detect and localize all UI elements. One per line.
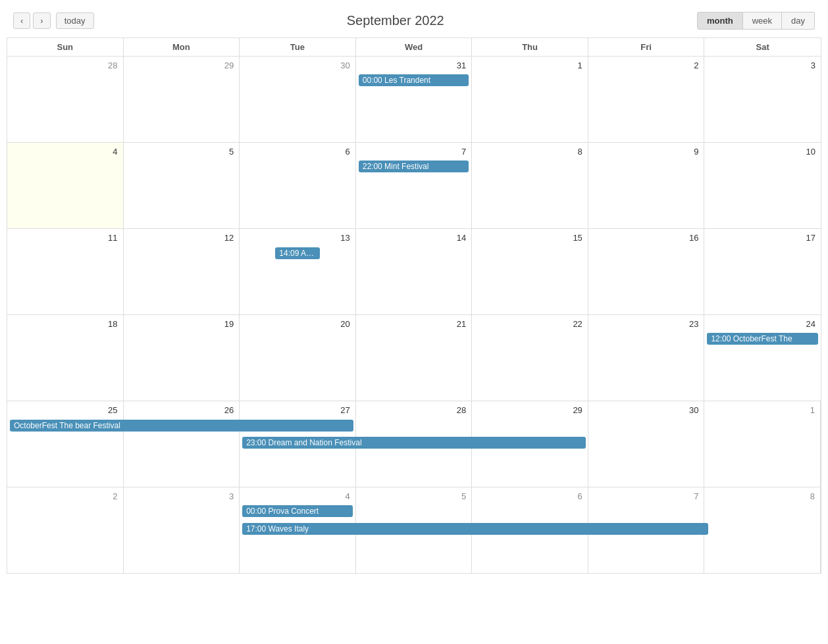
day-cell[interactable]: 22 xyxy=(472,315,588,401)
day-number: 3 xyxy=(707,59,818,73)
day-cell[interactable]: 1 xyxy=(472,57,588,142)
day-number: 24 xyxy=(707,318,818,332)
day-cell[interactable]: 3 xyxy=(704,57,821,142)
day-cell[interactable]: 19 xyxy=(124,315,240,401)
day-number: 30 xyxy=(242,59,353,73)
day-cell[interactable]: 21 xyxy=(356,315,473,401)
day-cell[interactable]: 18 xyxy=(7,315,124,401)
day-cell[interactable]: 13 14:09 Afro Fest London xyxy=(240,229,356,314)
day-cell[interactable]: 1 xyxy=(704,401,821,487)
week-row: 25 26 27 28 29 30 1 OctoberFest The bea xyxy=(7,401,821,487)
day-cell[interactable]: 2 xyxy=(588,57,705,142)
day-number: 26 xyxy=(126,404,237,418)
day-cell[interactable]: 7 22:00 Mint Festival xyxy=(356,143,473,228)
next-button[interactable]: › xyxy=(33,12,50,29)
day-cell[interactable]: 6 xyxy=(240,143,356,228)
event-waves-italy[interactable]: 17:00 Waves Italy xyxy=(242,523,708,535)
header-thu: Thu xyxy=(472,38,588,56)
prev-button[interactable]: ‹ xyxy=(13,12,30,29)
day-number: 29 xyxy=(475,404,585,418)
day-cell[interactable]: 12 xyxy=(124,229,240,314)
day-number: 2 xyxy=(591,59,702,73)
day-cell[interactable]: 5 xyxy=(124,143,240,228)
header-wed: Wed xyxy=(356,38,473,56)
day-number: 8 xyxy=(475,145,585,159)
day-cell-today[interactable]: 4 xyxy=(7,143,124,228)
nav-buttons: ‹ › today xyxy=(13,12,94,29)
day-number: 14 xyxy=(359,232,469,245)
day-number: 19 xyxy=(126,318,237,332)
day-number: 11 xyxy=(10,232,120,245)
day-number: 1 xyxy=(707,404,817,418)
day-cell[interactable]: 23 xyxy=(588,315,705,401)
view-buttons: month week day xyxy=(697,12,815,30)
day-number: 6 xyxy=(475,490,585,504)
header-tue: Tue xyxy=(240,38,356,56)
day-number: 21 xyxy=(359,318,469,332)
week-row: 18 19 20 21 22 23 24 12:00 OctoberFest T… xyxy=(7,315,821,401)
day-number: 5 xyxy=(359,490,469,504)
day-number: 9 xyxy=(591,145,702,159)
day-cell[interactable]: 3 xyxy=(124,487,240,573)
day-cell[interactable]: 11 xyxy=(7,229,124,314)
event-afro-fest[interactable]: 14:09 Afro Fest London xyxy=(275,247,319,259)
view-day-button[interactable]: day xyxy=(782,12,815,30)
day-cell[interactable]: 31 00:00 Les Trandent xyxy=(356,57,473,142)
day-number: 1 xyxy=(475,59,585,73)
day-number: 12 xyxy=(126,232,237,245)
week-row: 28 29 30 31 00:00 Les Trandent 1 2 3 xyxy=(7,57,821,143)
day-number: 28 xyxy=(359,404,469,418)
day-cell[interactable]: 20 xyxy=(240,315,356,401)
day-cell[interactable]: 30 xyxy=(588,401,705,487)
week-row: 2 3 4 00:00 Prova Concert 5 6 7 8 xyxy=(7,487,821,574)
event-mint-festival[interactable]: 22:00 Mint Festival xyxy=(359,161,469,172)
event-dream-nation[interactable]: 23:00 Dream and Nation Festival xyxy=(242,437,586,449)
day-number: 18 xyxy=(10,318,120,332)
day-cell[interactable]: 30 xyxy=(240,57,356,142)
day-number: 22 xyxy=(475,318,585,332)
event-octoberfest[interactable]: 12:00 OctoberFest The xyxy=(707,333,818,345)
day-cell[interactable]: 15 xyxy=(472,229,588,314)
day-number: 17 xyxy=(707,232,818,245)
day-number: 2 xyxy=(10,490,120,504)
day-number: 5 xyxy=(126,145,237,159)
day-number: 7 xyxy=(359,145,469,159)
week-row: 4 5 6 7 22:00 Mint Festival 8 9 10 xyxy=(7,143,821,229)
event-prova-concert[interactable]: 00:00 Prova Concert xyxy=(242,505,353,517)
day-cell[interactable]: 28 xyxy=(7,57,124,142)
header-sat: Sat xyxy=(704,38,821,56)
day-cell[interactable]: 16 xyxy=(588,229,705,314)
day-cell[interactable]: 26 xyxy=(124,401,240,487)
calendar-title: September 2022 xyxy=(347,13,444,28)
event-les-trandent[interactable]: 00:00 Les Trandent xyxy=(359,74,469,86)
day-number: 25 xyxy=(10,404,120,418)
day-cell[interactable]: 25 xyxy=(7,401,124,487)
event-octoberfest-bear[interactable]: OctoberFest The bear Festival xyxy=(10,420,353,432)
day-number: 16 xyxy=(591,232,702,245)
day-number: 30 xyxy=(591,404,702,418)
day-number: 27 xyxy=(242,404,353,418)
day-cell[interactable]: 2 xyxy=(7,487,124,573)
day-cell[interactable]: 24 12:00 OctoberFest The xyxy=(704,315,821,401)
calendar-header: ‹ › today September 2022 month week day xyxy=(7,7,821,37)
day-cell[interactable]: 10 xyxy=(704,143,821,228)
calendar-grid: Sun Mon Tue Wed Thu Fri Sat 28 29 30 31 … xyxy=(7,37,821,574)
day-cell[interactable]: 17 xyxy=(704,229,821,314)
day-cell[interactable]: 14 xyxy=(356,229,473,314)
day-number: 6 xyxy=(242,145,353,159)
day-cell[interactable]: 8 xyxy=(704,487,821,573)
day-number: 3 xyxy=(126,490,237,504)
view-week-button[interactable]: week xyxy=(743,12,782,30)
today-button[interactable]: today xyxy=(56,12,94,29)
day-number: 31 xyxy=(359,59,469,73)
week-row: 11 12 13 14:09 Afro Fest London 14 15 16 xyxy=(7,229,821,315)
day-number: 7 xyxy=(591,490,702,504)
day-number: 23 xyxy=(591,318,702,332)
view-month-button[interactable]: month xyxy=(697,12,743,30)
header-fri: Fri xyxy=(588,38,705,56)
day-headers-row: Sun Mon Tue Wed Thu Fri Sat xyxy=(7,38,821,57)
day-cell[interactable]: 8 xyxy=(472,143,588,228)
calendar: ‹ › today September 2022 month week day … xyxy=(0,0,828,644)
day-cell[interactable]: 29 xyxy=(124,57,240,142)
day-cell[interactable]: 9 xyxy=(588,143,705,228)
